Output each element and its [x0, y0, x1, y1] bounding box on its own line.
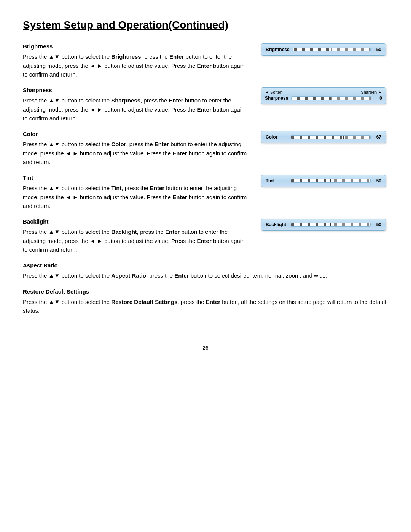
brightness-track-bar [293, 48, 371, 51]
brightness-slider-track [293, 47, 371, 52]
brightness-widget: Brightness 50 [259, 42, 388, 56]
backlight-title: Backlight [23, 217, 247, 226]
sharpen-label: Sharpen ► [361, 90, 382, 94]
section-tint-text: Tint Press the ▲▼ button to select the T… [23, 173, 259, 210]
color-track-bar [291, 135, 371, 139]
sharpness-slider-value: 0 [374, 96, 382, 101]
aspect-ratio-body: Press the ▲▼ button to select the Aspect… [23, 272, 327, 279]
tint-track-bar [291, 179, 371, 183]
sharpness-labels: ◄ Soften Sharpen ► [265, 90, 382, 94]
backlight-slider-label: Backlight [266, 222, 288, 227]
section-sharpness-text: Sharpness Press the ▲▼ button to select … [23, 86, 259, 123]
color-title: Color [23, 129, 247, 138]
color-widget: Color 67 [259, 129, 388, 143]
color-slider-track [291, 134, 371, 140]
color-slider-value: 67 [374, 134, 381, 140]
color-slider-label: Color [266, 134, 288, 140]
page-number: - 26 - [23, 345, 388, 351]
brightness-slider-value: 50 [374, 47, 381, 52]
backlight-slider-box: Backlight 50 [261, 219, 386, 231]
tint-body: Press the ▲▼ button to select the Tint, … [23, 185, 247, 209]
sharpness-track-wrap [291, 96, 371, 101]
backlight-slider-value: 50 [374, 222, 381, 227]
sharpness-slider-box: ◄ Soften Sharpen ► Sharpness 0 [261, 87, 386, 104]
restore-defaults-title: Restore Default Settings [23, 287, 388, 296]
section-tint: Tint Press the ▲▼ button to select the T… [23, 173, 388, 210]
section-brightness-text: Brightness Press the ▲▼ button to select… [23, 42, 259, 79]
aspect-ratio-title: Aspect Ratio [23, 261, 388, 270]
page-title: System Setup and Operation(Continued) [23, 19, 388, 31]
brightness-slider-label: Brightness [266, 47, 290, 52]
tint-slider-track [291, 178, 371, 184]
section-restore-defaults: Restore Default Settings Press the ▲▼ bu… [23, 287, 388, 315]
backlight-slider-track [291, 222, 371, 227]
color-body: Press the ▲▼ button to select the Color,… [23, 141, 247, 165]
section-backlight-text: Backlight Press the ▲▼ button to select … [23, 217, 259, 254]
tint-widget: Tint 50 [259, 173, 388, 187]
content-area: Brightness Press the ▲▼ button to select… [23, 42, 388, 322]
backlight-body: Press the ▲▼ button to select the Backli… [23, 228, 245, 253]
backlight-track-bar [291, 223, 371, 227]
tint-title: Tint [23, 173, 247, 182]
color-slider-box: Color 67 [261, 131, 386, 143]
section-backlight: Backlight Press the ▲▼ button to select … [23, 217, 388, 254]
soften-label: ◄ Soften [265, 90, 282, 94]
section-color: Color Press the ▲▼ button to select the … [23, 129, 388, 166]
tint-slider-value: 50 [374, 178, 381, 184]
sharpness-title: Sharpness [23, 86, 247, 94]
backlight-widget: Backlight 50 [259, 217, 388, 231]
section-sharpness: Sharpness Press the ▲▼ button to select … [23, 86, 388, 123]
sharpness-body: Press the ▲▼ button to select the Sharpn… [23, 97, 245, 121]
sharpness-widget: ◄ Soften Sharpen ► Sharpness 0 [259, 86, 388, 104]
sharpness-slider-label: Sharpness [265, 96, 288, 101]
section-color-text: Color Press the ▲▼ button to select the … [23, 129, 259, 166]
brightness-slider-box: Brightness 50 [261, 43, 386, 56]
section-brightness: Brightness Press the ▲▼ button to select… [23, 42, 388, 79]
restore-defaults-body: Press the ▲▼ button to select the Restor… [23, 299, 386, 314]
sharpness-row: Sharpness 0 [265, 96, 382, 101]
tint-slider-box: Tint 50 [261, 175, 386, 187]
sharpness-track-bar [291, 96, 371, 100]
section-aspect-ratio: Aspect Ratio Press the ▲▼ button to sele… [23, 261, 388, 280]
brightness-body: Press the ▲▼ button to select the Bright… [23, 53, 245, 78]
tint-slider-label: Tint [266, 178, 288, 184]
brightness-title: Brightness [23, 42, 247, 51]
